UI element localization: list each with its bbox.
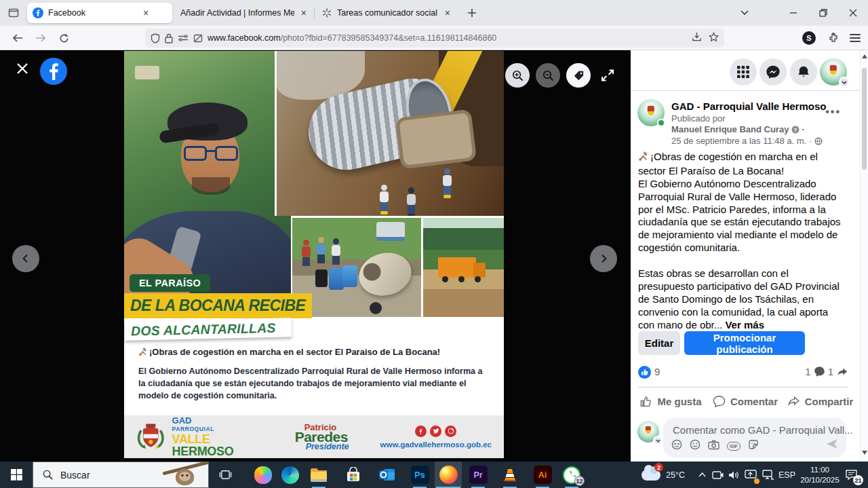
zoom-out-button[interactable]: [536, 63, 560, 88]
scrollbar-thumb[interactable]: [862, 68, 867, 170]
task-view-button[interactable]: [212, 462, 239, 488]
promote-post-button[interactable]: Promocionar publicación: [684, 331, 805, 355]
comment-button[interactable]: Comentar: [708, 388, 783, 414]
see-more-link[interactable]: Ver más: [725, 319, 764, 331]
tab-tareas[interactable]: Tareas comunicador social GAD ×: [316, 3, 456, 23]
composer-avatar[interactable]: [637, 421, 659, 443]
scroll-down-icon[interactable]: [862, 451, 867, 455]
url-text: www.facebook.com/photo?fbid=677839585349…: [208, 33, 496, 43]
comment-composer[interactable]: Comentar como GAD - Parroquial Vall... G…: [663, 418, 846, 457]
save-page-icon[interactable]: [692, 32, 702, 45]
author-row[interactable]: Manuel Enrique Band Curay ? ·: [671, 124, 805, 134]
taskbar-firefox[interactable]: [435, 462, 462, 488]
post-timestamp[interactable]: 25 de septiembre a las 11:48 a. m.: [671, 136, 806, 146]
permissions-icon[interactable]: [178, 34, 189, 42]
taskbar-illustrator[interactable]: Ai: [529, 462, 556, 488]
tab-informes[interactable]: Añadir Actividad | Informes Mensua ×: [175, 3, 312, 23]
tray-volume-icon[interactable]: [726, 462, 742, 488]
taskbar-photoshop[interactable]: Ps: [406, 462, 433, 488]
taskbar-whatsapp[interactable]: 12: [558, 462, 585, 488]
taskbar-search[interactable]: Buscar: [33, 462, 209, 488]
reload-button[interactable]: [54, 29, 73, 48]
new-tab-button[interactable]: [464, 5, 480, 21]
taskbar-premiere[interactable]: Pr: [465, 462, 492, 488]
firefox-view-icon[interactable]: [5, 5, 22, 20]
forward-button[interactable]: [31, 29, 50, 48]
tray-cast-icon[interactable]: [742, 462, 760, 488]
published-by-label: Publicado por: [671, 113, 726, 124]
taskbar-store[interactable]: [340, 462, 367, 488]
notifications-button[interactable]: [790, 58, 817, 86]
sticker-icon[interactable]: [748, 439, 759, 453]
notification-center-button[interactable]: 21: [841, 462, 861, 488]
extensions-puzzle-icon[interactable]: [825, 29, 842, 47]
address-bar[interactable]: www.facebook.com/photo?fbid=677839585349…: [145, 29, 724, 48]
taskbar-copilot[interactable]: [250, 462, 277, 488]
list-all-tabs-button[interactable]: [736, 5, 753, 21]
scroll-up-icon[interactable]: [862, 54, 867, 58]
comment-input[interactable]: Comentar como GAD - Parroquial Vall...: [673, 424, 853, 436]
send-comment-icon[interactable]: [826, 438, 838, 452]
tray-network-icon[interactable]: [760, 462, 776, 488]
timestamp-row[interactable]: 25 de septiembre a las 11:48 a. m. ·: [671, 136, 823, 146]
firefox-icon: [439, 466, 458, 484]
tab-close-icon[interactable]: ×: [301, 8, 307, 18]
comment-count[interactable]: 1: [805, 366, 810, 377]
apps-menu-button[interactable]: [730, 58, 757, 86]
gif-icon[interactable]: GIF: [727, 442, 741, 451]
profile-avatar[interactable]: [820, 58, 847, 86]
share-count[interactable]: 1: [828, 366, 833, 377]
info-badge-icon: ?: [791, 126, 800, 134]
like-reaction-icon[interactable]: [638, 366, 651, 379]
images-blocked-icon[interactable]: [193, 34, 203, 43]
start-button[interactable]: [0, 462, 33, 488]
back-button[interactable]: [8, 29, 27, 48]
window-close-button[interactable]: [838, 0, 868, 26]
facebook-logo[interactable]: [40, 58, 67, 88]
like-count[interactable]: 9: [654, 366, 660, 377]
share-button[interactable]: Compartir: [783, 388, 857, 414]
like-button[interactable]: Me gusta: [633, 388, 708, 414]
photo-viewer-stage[interactable]: EL PARAÍSO DE LA BOCANA RECIBE DOS ALCAN…: [0, 50, 631, 462]
page-scrollbar[interactable]: [860, 50, 868, 462]
emoji-icon[interactable]: [690, 439, 701, 453]
next-photo-button[interactable]: [590, 245, 617, 272]
fullscreen-icon[interactable]: [599, 67, 616, 86]
previous-photo-button[interactable]: [12, 245, 39, 272]
post-photo[interactable]: EL PARAÍSO DE LA BOCANA RECIBE DOS ALCAN…: [124, 51, 504, 458]
page-avatar[interactable]: [637, 99, 665, 126]
footer-parroquial: PARROQUIAL: [172, 426, 260, 432]
window-restore-button[interactable]: [808, 0, 838, 26]
post-options-icon[interactable]: •••: [825, 106, 841, 118]
camera-icon[interactable]: [708, 440, 719, 453]
menu-hamburger-icon[interactable]: [846, 29, 864, 47]
author-name[interactable]: Manuel Enrique Band Curay: [671, 124, 789, 134]
tab-close-icon[interactable]: ×: [143, 8, 149, 18]
tab-close-icon[interactable]: ×: [445, 8, 450, 18]
window-minimize-button[interactable]: [778, 0, 808, 26]
tab-facebook[interactable]: Facebook ×: [27, 3, 172, 23]
taskbar-file-explorer[interactable]: [305, 462, 332, 488]
close-viewer-icon[interactable]: [15, 61, 30, 79]
shield-icon[interactable]: [151, 33, 160, 43]
lock-icon[interactable]: [165, 33, 173, 43]
tray-chevron-up-icon[interactable]: [694, 462, 709, 488]
url-path: /photo?fbid=677839585349374&set=a.116198…: [281, 33, 497, 43]
language-indicator[interactable]: ESP: [778, 462, 795, 488]
taskbar-vlc[interactable]: [496, 462, 524, 488]
messenger-button[interactable]: [760, 58, 787, 86]
taskbar-edge[interactable]: [277, 462, 304, 488]
zoom-in-button[interactable]: [505, 63, 530, 88]
tray-camera-icon[interactable]: [709, 462, 726, 488]
taskbar-clock[interactable]: 11:00 20/10/2025: [799, 462, 841, 488]
taskbar-outlook[interactable]: [373, 462, 400, 488]
temperature-label[interactable]: 25°C: [666, 462, 685, 488]
avatar-sticker-icon[interactable]: [671, 439, 682, 453]
weather-icon[interactable]: 2: [640, 462, 662, 488]
extension-s-icon[interactable]: S: [800, 29, 818, 47]
page-name[interactable]: GAD - Parroquial Valle Hermoso: [671, 100, 826, 112]
edit-button[interactable]: Editar: [638, 331, 680, 355]
tag-photo-button[interactable]: [566, 63, 591, 88]
url-domain: www.facebook.com: [208, 33, 281, 43]
bookmark-star-icon[interactable]: [709, 32, 719, 45]
